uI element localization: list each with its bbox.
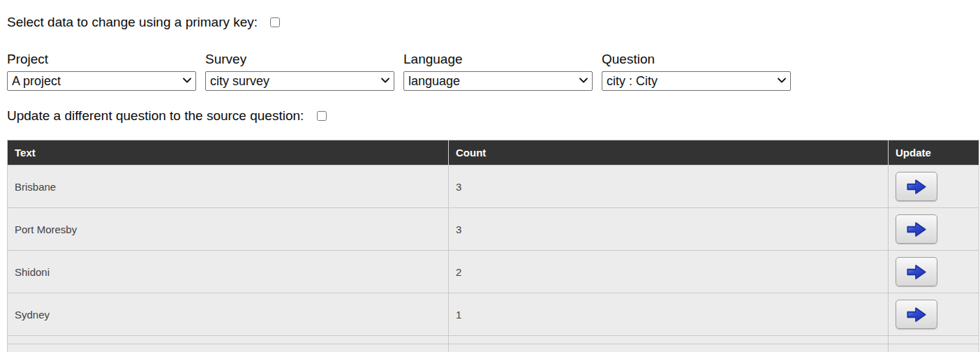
table-row: Port Moresby 3 [8, 208, 979, 251]
project-select[interactable]: A project [7, 71, 196, 91]
arrow-right-icon [906, 305, 927, 324]
table-row: Sydney 1 [8, 293, 979, 336]
update-question-checkbox[interactable] [317, 111, 327, 121]
filter-project: Project A project [7, 52, 196, 91]
update-cell [889, 336, 979, 344]
update-row-button[interactable] [896, 257, 937, 286]
filter-survey: Survey city survey [205, 52, 394, 91]
update-cell [889, 251, 979, 293]
text-cell: Sydney [8, 293, 449, 336]
results-table: Text Count Update Brisbane 3 [7, 140, 979, 352]
count-cell: 3 [449, 208, 889, 251]
project-label: Project [7, 52, 196, 67]
text-cell: Brisbane [8, 166, 449, 208]
count-cell: 2 [449, 251, 889, 293]
question-label: Question [602, 52, 791, 67]
arrow-right-icon [906, 177, 927, 196]
update-row-button[interactable] [896, 300, 937, 329]
update-row-button[interactable] [896, 214, 937, 244]
language-label: Language [403, 52, 593, 67]
text-cell [8, 336, 449, 344]
text-cell: Shidoni [8, 251, 449, 293]
primary-key-label: Select data to change using a primary ke… [7, 15, 258, 29]
page: Select data to change using a primary ke… [0, 0, 980, 352]
survey-select[interactable]: city survey [205, 71, 394, 91]
update-question-label: Update a different question to the sourc… [7, 108, 304, 123]
update-cell [889, 208, 979, 251]
table-row [8, 336, 979, 344]
count-cell [449, 336, 889, 344]
update-row-button[interactable] [896, 172, 937, 201]
arrow-right-icon [906, 263, 927, 281]
update-cell [889, 166, 979, 208]
filter-language: Language language [403, 52, 593, 91]
primary-key-checkbox[interactable] [270, 17, 280, 27]
update-question-row: Update a different question to the sourc… [7, 108, 980, 124]
filter-question: Question city : City [602, 52, 791, 91]
update-cell [889, 293, 979, 336]
count-cell [449, 344, 889, 352]
arrow-right-icon [906, 220, 927, 239]
survey-label: Survey [205, 52, 394, 67]
language-select[interactable]: language [403, 71, 593, 91]
table-row: Brisbane 3 [8, 166, 979, 208]
table-row [8, 344, 979, 352]
primary-key-row: Select data to change using a primary ke… [7, 0, 980, 30]
column-header-text: Text [8, 140, 449, 166]
count-cell: 3 [449, 166, 889, 208]
update-cell [889, 344, 979, 352]
filters-row: Project A project Survey city survey Lan… [7, 52, 980, 91]
text-cell [8, 344, 449, 352]
text-cell: Port Moresby [8, 208, 449, 251]
question-select[interactable]: city : City [602, 71, 791, 91]
count-cell: 1 [449, 293, 889, 336]
column-header-count: Count [449, 140, 889, 166]
table-header-row: Text Count Update [8, 140, 979, 166]
column-header-update: Update [889, 140, 979, 166]
table-row: Shidoni 2 [8, 251, 979, 293]
